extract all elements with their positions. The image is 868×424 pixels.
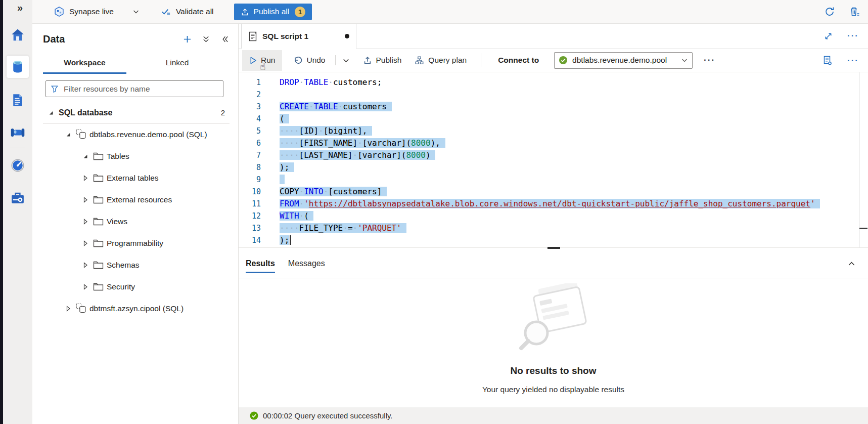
tab-sql-script-1[interactable]: SQL script 1 — [241, 23, 356, 49]
tree-item-label: Programmability — [107, 239, 163, 248]
code-line-14[interactable]: 14); — [239, 234, 868, 246]
code-text: ); — [280, 234, 291, 246]
code-line-3[interactable]: 3CREATE·TABLE·customers — [239, 101, 868, 113]
collapse-panel-icon[interactable] — [220, 35, 229, 44]
line-number: 2 — [239, 89, 261, 101]
code-editor[interactable]: 1DROP·TABLE·customers;23CREATE·TABLE·cus… — [239, 72, 868, 247]
chevron-down-icon — [681, 57, 688, 64]
mode-switcher[interactable]: Synapse live — [54, 6, 140, 17]
validate-all-button[interactable]: Validate all — [161, 7, 214, 17]
editor-more-actions-icon[interactable]: ··· — [847, 56, 859, 66]
resource-filter-input[interactable] — [63, 84, 218, 94]
nav-monitor[interactable] — [7, 154, 29, 177]
undo-button[interactable]: Undo — [287, 50, 331, 71]
publish-button[interactable]: Publish — [357, 50, 408, 71]
data-panel-header: Data — [32, 23, 238, 45]
code-line-8[interactable]: 8); — [239, 161, 868, 174]
collapse-results-chevron-icon[interactable] — [847, 260, 856, 268]
chevron-expanded-icon[interactable] — [48, 110, 54, 116]
code-line-11[interactable]: 11FROM·'https://dbtlabsynapsedatalake.bl… — [239, 198, 868, 210]
tree-item-dbtlabs-revenue-demo-pool-sql[interactable]: dbtlabs.revenue.demo.pool (SQL) — [32, 123, 238, 145]
data-panel-actions — [183, 35, 229, 44]
nav-home[interactable] — [7, 24, 29, 46]
code-line-10[interactable]: 10COPY·INTO·[customers] — [239, 186, 868, 198]
expand-sidebar-button[interactable]: » — [17, 2, 23, 14]
nav-develop[interactable] — [7, 89, 29, 111]
folder-icon — [93, 195, 104, 204]
add-resource-icon[interactable] — [183, 35, 192, 44]
code-line-12[interactable]: 12WITH·( — [239, 210, 868, 222]
folder-icon — [93, 239, 104, 247]
line-number: 8 — [239, 161, 261, 174]
chevron-collapsed-icon[interactable] — [65, 306, 71, 312]
splitter-handle[interactable] — [547, 247, 560, 249]
chevron-collapsed-icon[interactable] — [82, 284, 88, 290]
chevron-collapsed-icon[interactable] — [82, 175, 88, 181]
tree-item-label: External tables — [107, 174, 159, 183]
code-line-1[interactable]: 1DROP·TABLE·customers; — [239, 76, 868, 89]
query-status-bar: 00:00:02 Query executed successfully. — [239, 407, 868, 424]
run-options-chevron[interactable] — [339, 50, 353, 71]
tree-item-programmability[interactable]: Programmability — [32, 232, 238, 254]
query-settings-icon[interactable] — [822, 55, 833, 66]
code-line-2[interactable]: 2 — [239, 89, 868, 101]
tree-item-external-tables[interactable]: External tables — [32, 167, 238, 189]
undo-icon — [293, 56, 302, 65]
gauge-icon — [10, 158, 25, 173]
tree-item-security[interactable]: Security — [32, 276, 238, 298]
code-line-6[interactable]: 6····[FIRST_NAME]·[varchar](8000), — [239, 137, 868, 149]
chevron-collapsed-icon[interactable] — [82, 240, 88, 246]
text-caret — [290, 235, 291, 245]
tree-item-label: SQL database — [59, 108, 112, 117]
tree-item-views[interactable]: Views — [32, 210, 238, 232]
validate-label: Validate all — [176, 7, 214, 16]
tab-workspace[interactable]: Workspace — [43, 53, 126, 74]
tab-results[interactable]: Results — [246, 249, 275, 278]
nav-data[interactable] — [7, 56, 29, 78]
tree-item-external-resources[interactable]: External resources — [32, 189, 238, 210]
code-line-13[interactable]: 13····FILE_TYPE·=·'PARQUET' — [239, 222, 868, 234]
results-tab-bar: Results Messages — [239, 249, 868, 278]
nav-integrate[interactable] — [7, 121, 29, 144]
tab-messages[interactable]: Messages — [288, 249, 325, 278]
editor-scrollbar-track[interactable] — [859, 72, 860, 247]
line-number: 12 — [239, 210, 261, 222]
tree-item-schemas[interactable]: Schemas — [32, 254, 238, 276]
no-results-illustration — [508, 283, 599, 359]
selection-highlight: ( — [280, 114, 289, 123]
mode-label: Synapse live — [69, 7, 114, 16]
code-line-5[interactable]: 5····[ID]·[bigint], — [239, 125, 868, 137]
code-text: FROM·'https://dbtlabsynapsedatalake.blob… — [280, 198, 820, 210]
tree-item-sql-database[interactable]: SQL database2 — [32, 102, 238, 123]
folder-icon — [93, 217, 104, 226]
toolbar-overflow-icon[interactable]: ··· — [704, 55, 715, 65]
folder-icon — [93, 174, 104, 182]
nav-manage[interactable] — [7, 187, 29, 209]
selection-highlight: WITH·( — [280, 211, 313, 221]
tab-linked[interactable]: Linked — [135, 53, 219, 72]
toolbar-divider — [481, 53, 481, 67]
rail-divider — [10, 148, 25, 148]
editor-scrollbar-thumb[interactable] — [859, 228, 867, 229]
chevron-expanded-icon[interactable] — [82, 153, 88, 159]
expand-editor-icon[interactable] — [824, 31, 833, 41]
folder-icon — [93, 282, 104, 291]
chevron-expanded-icon[interactable] — [65, 132, 71, 138]
chevron-collapsed-icon[interactable] — [82, 219, 88, 225]
code-line-7[interactable]: 7····[LAST_NAME]·[varchar](8000) — [239, 149, 868, 161]
code-line-9[interactable]: 9 — [239, 174, 868, 186]
code-line-4[interactable]: 4( — [239, 113, 868, 125]
chevron-collapsed-icon[interactable] — [82, 197, 88, 203]
refresh-icon[interactable] — [824, 6, 835, 17]
tree-item-tables[interactable]: Tables — [32, 145, 238, 167]
connect-pool-dropdown[interactable]: dbtlabs.revenue.demo.pool — [554, 52, 693, 69]
publish-all-button[interactable]: Publish all 1 — [234, 4, 312, 20]
more-actions-icon[interactable]: ··· — [847, 31, 859, 41]
chevron-collapsed-icon[interactable] — [82, 262, 88, 268]
line-number: 6 — [239, 137, 261, 149]
discard-all-icon[interactable] — [849, 6, 860, 17]
tree-item-dbtmsft-azsyn-cipool-sql[interactable]: dbtmsft.azsyn.cipool (SQL) — [32, 298, 238, 319]
query-plan-button[interactable]: Query plan — [408, 50, 473, 71]
chevron-down-icon — [342, 57, 350, 64]
double-chevron-down-icon[interactable] — [202, 35, 210, 44]
